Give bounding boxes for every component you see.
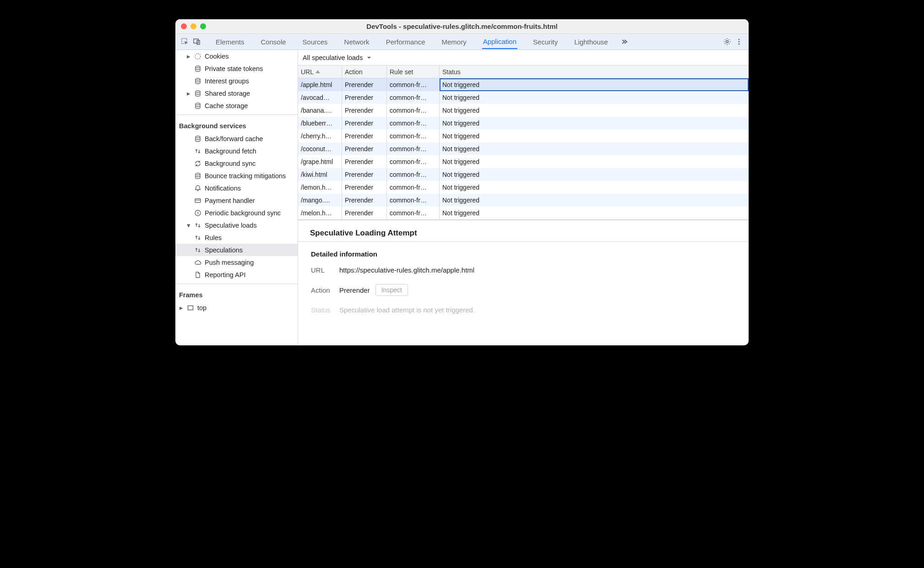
table-row[interactable]: /mango.…Prerendercommon-fr…Not triggered <box>298 194 749 207</box>
sidebar-item-background-fetch[interactable]: Background fetch <box>175 145 298 157</box>
cell-status: Not triggered <box>440 194 749 207</box>
tab-application[interactable]: Application <box>482 35 517 49</box>
sidebar-item-back-forward-cache[interactable]: Back/forward cache <box>175 132 298 145</box>
detail-title: Speculative Loading Attempt <box>310 229 737 238</box>
cell-status: Not triggered <box>440 155 749 168</box>
sidebar-item-notifications[interactable]: Notifications <box>175 182 298 194</box>
cell-action: Prerender <box>342 168 387 181</box>
table-row[interactable]: /avocad…Prerendercommon-fr…Not triggered <box>298 91 749 104</box>
card-icon <box>194 197 202 205</box>
sidebar-item-label: Cache storage <box>205 102 248 109</box>
speculations-table: URL Action Rule set Status /apple.htmlPr… <box>298 66 749 219</box>
svg-point-10 <box>196 91 200 93</box>
sidebar-item-periodic-background-sync[interactable]: Periodic background sync <box>175 207 298 219</box>
cell-action: Prerender <box>342 142 387 155</box>
svg-point-12 <box>196 136 200 138</box>
sidebar-item-speculations[interactable]: Speculations <box>175 244 298 256</box>
sidebar-item-private-state-tokens[interactable]: Private state tokens <box>175 62 298 75</box>
tab-network[interactable]: Network <box>343 35 370 49</box>
caret-down-icon: ▾ <box>186 222 191 229</box>
minimize-icon[interactable] <box>190 23 196 29</box>
sidebar-item-background-sync[interactable]: Background sync <box>175 157 298 169</box>
cell-url: /mango.… <box>298 194 342 207</box>
db-icon <box>194 65 202 73</box>
sidebar-item-label: Background fetch <box>205 147 256 155</box>
sort-asc-icon <box>315 70 320 73</box>
cell-status: Not triggered <box>440 104 749 117</box>
traffic-lights <box>181 23 206 29</box>
sidebar-section-frames: Frames <box>175 287 298 301</box>
tab-performance[interactable]: Performance <box>385 35 426 49</box>
svg-point-11 <box>196 103 200 105</box>
table-row[interactable]: /grape.htmlPrerendercommon-fr…Not trigge… <box>298 155 749 168</box>
table-row[interactable]: /apple.htmlPrerendercommon-fr…Not trigge… <box>298 78 749 91</box>
table-row[interactable]: /lemon.h…Prerendercommon-fr…Not triggere… <box>298 181 749 194</box>
detail-url-value: https://speculative-rules.glitch.me/appl… <box>339 266 474 274</box>
table-row[interactable]: /kiwi.htmlPrerendercommon-fr…Not trigger… <box>298 168 749 181</box>
detail-section-title: Detailed information <box>311 250 736 258</box>
sidebar-item-speculative-loads[interactable]: ▾Speculative loads <box>175 219 298 231</box>
body: ▸CookiesPrivate state tokensInterest gro… <box>175 50 749 345</box>
sidebar-item-label: Notifications <box>205 185 241 192</box>
settings-icon[interactable] <box>721 36 733 48</box>
table-row[interactable]: /melon.h…Prerendercommon-fr…Not triggere… <box>298 207 749 219</box>
svg-point-13 <box>196 173 200 175</box>
col-header-action[interactable]: Action <box>342 66 387 78</box>
svg-rect-14 <box>195 199 201 202</box>
tab-lighthouse[interactable]: Lighthouse <box>573 35 609 49</box>
cell-url: /cherry.h… <box>298 130 342 142</box>
sidebar-item-label: Speculations <box>205 246 243 254</box>
cell-status: Not triggered <box>440 142 749 155</box>
sidebar-item-payment-handler[interactable]: Payment handler <box>175 194 298 207</box>
sidebar-item-label: Back/forward cache <box>205 135 263 142</box>
sidebar-item-push-messaging[interactable]: Push messaging <box>175 256 298 268</box>
sidebar-item-rules[interactable]: Rules <box>175 231 298 244</box>
tab-security[interactable]: Security <box>532 35 559 49</box>
cell-action: Prerender <box>342 78 387 91</box>
table-header-row: URL Action Rule set Status <box>298 66 749 78</box>
col-header-status[interactable]: Status <box>440 66 749 78</box>
detail-action-label: Action <box>311 286 339 294</box>
cell-url: /grape.html <box>298 155 342 168</box>
caret-right-icon: ▸ <box>186 53 191 60</box>
table-row[interactable]: /banana.…Prerendercommon-fr…Not triggere… <box>298 104 749 117</box>
table-row[interactable]: /blueberr…Prerendercommon-fr…Not trigger… <box>298 117 749 130</box>
cell-status: Not triggered <box>440 78 749 91</box>
cell-url: /banana.… <box>298 104 342 117</box>
cell-ruleset: common-fr… <box>387 207 440 219</box>
tab-memory[interactable]: Memory <box>441 35 467 49</box>
filter-dropdown[interactable]: All speculative loads <box>298 50 749 66</box>
sidebar-item-top[interactable]: ▸top <box>175 301 298 314</box>
table-row[interactable]: /cherry.h…Prerendercommon-fr…Not trigger… <box>298 130 749 142</box>
col-header-ruleset[interactable]: Rule set <box>387 66 440 78</box>
sidebar-item-reporting-api[interactable]: Reporting API <box>175 268 298 281</box>
sidebar-item-interest-groups[interactable]: Interest groups <box>175 75 298 87</box>
titlebar: DevTools - speculative-rules.glitch.me/c… <box>175 19 749 34</box>
cell-action: Prerender <box>342 117 387 130</box>
more-tabs-icon[interactable] <box>618 36 630 48</box>
cell-url: /coconut… <box>298 142 342 155</box>
tab-elements[interactable]: Elements <box>215 35 245 49</box>
cell-ruleset: common-fr… <box>387 130 440 142</box>
sidebar-item-cache-storage[interactable]: Cache storage <box>175 99 298 112</box>
db-icon <box>194 135 202 143</box>
close-icon[interactable] <box>181 23 187 29</box>
cell-ruleset: common-fr… <box>387 78 440 91</box>
tab-console[interactable]: Console <box>260 35 287 49</box>
cell-ruleset: common-fr… <box>387 181 440 194</box>
sidebar-section-background: Background services <box>175 118 298 132</box>
inspect-button[interactable]: Inspect <box>375 284 408 296</box>
kebab-menu-icon[interactable] <box>733 36 745 48</box>
caret-right-icon: ▸ <box>179 304 184 311</box>
zoom-icon[interactable] <box>200 23 206 29</box>
col-header-url[interactable]: URL <box>298 66 342 78</box>
inspect-element-icon[interactable] <box>179 36 191 48</box>
sidebar-item-bounce-tracking-mitigations[interactable]: Bounce tracking mitigations <box>175 169 298 182</box>
sidebar-item-cookies[interactable]: ▸Cookies <box>175 50 298 62</box>
sidebar-item-shared-storage[interactable]: ▸Shared storage <box>175 87 298 99</box>
sidebar-item-label: Shared storage <box>205 90 250 97</box>
table-row[interactable]: /coconut…Prerendercommon-fr…Not triggere… <box>298 142 749 155</box>
sidebar: ▸CookiesPrivate state tokensInterest gro… <box>175 50 298 345</box>
device-toolbar-icon[interactable] <box>191 36 203 48</box>
tab-sources[interactable]: Sources <box>302 35 329 49</box>
